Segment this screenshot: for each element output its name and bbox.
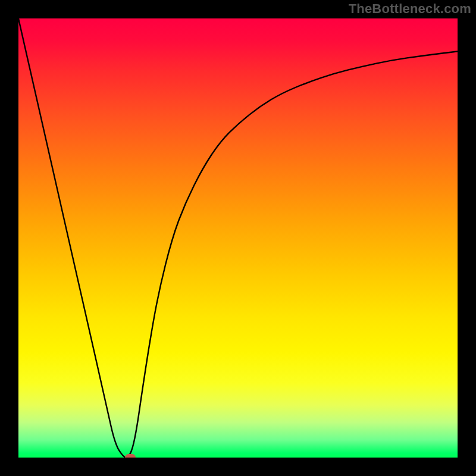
axis-mask-bottom <box>18 458 458 476</box>
curve-path <box>18 18 458 458</box>
minimum-marker <box>125 454 136 458</box>
chart-frame: TheBottleneck.com <box>0 0 476 476</box>
watermark-text: TheBottleneck.com <box>349 1 471 17</box>
bottleneck-curve <box>18 18 458 458</box>
plot-area <box>18 18 458 458</box>
